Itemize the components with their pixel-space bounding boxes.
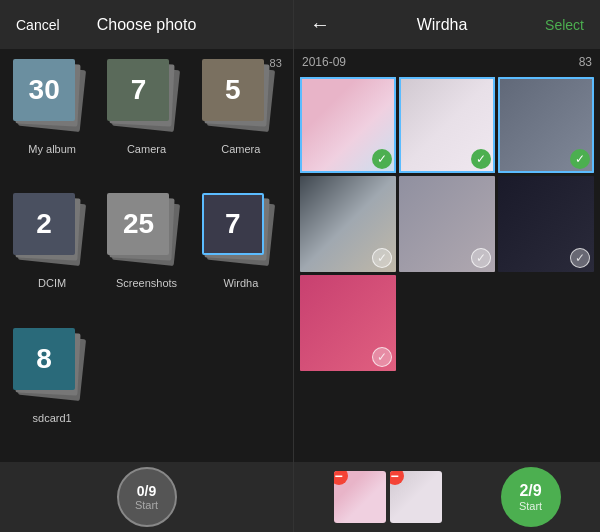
check-icon: ✓ — [372, 149, 392, 169]
album-name: Camera — [127, 143, 166, 155]
right-footer: −− 2/9 Start — [294, 462, 600, 532]
album-item[interactable]: 7 Wirdha — [197, 191, 285, 319]
left-start-label: Start — [135, 499, 158, 511]
album-count: 8 — [36, 343, 52, 375]
album-count: 7 — [225, 208, 241, 240]
album-name: sdcard1 — [33, 412, 72, 424]
left-footer: 0/9 Start — [0, 462, 293, 532]
album-item[interactable]: 5 83 Camera — [197, 57, 285, 185]
back-button[interactable]: ← — [310, 13, 340, 36]
check-icon-empty: ✓ — [372, 347, 392, 367]
start-button-left[interactable]: 0/9 Start — [117, 467, 177, 527]
right-start-label: Start — [519, 500, 542, 512]
album-count: 2 — [36, 208, 52, 240]
check-icon: ✓ — [471, 149, 491, 169]
album-item[interactable]: 30 My album — [8, 57, 96, 185]
check-icon-empty: ✓ — [372, 248, 392, 268]
preview-thumb: − — [390, 471, 442, 523]
album-badge: 83 — [270, 57, 282, 69]
cancel-button[interactable]: Cancel — [16, 17, 66, 33]
album-count: 25 — [123, 208, 154, 240]
album-item[interactable]: 2 DCIM — [8, 191, 96, 319]
photo-content: 2016-09 83 ✓✓✓✓✓✓✓ — [294, 49, 600, 462]
date-section: 2016-09 83 ✓✓✓✓✓✓✓ — [300, 55, 594, 371]
album-name: Camera — [221, 143, 260, 155]
remove-preview-button[interactable]: − — [390, 471, 404, 485]
photo-item[interactable]: ✓ — [300, 275, 396, 371]
photo-item[interactable]: ✓ — [300, 176, 396, 272]
section-badge: 83 — [577, 55, 594, 69]
left-header: Cancel Choose photo — [0, 0, 293, 49]
right-panel-title: Wirdha — [340, 16, 544, 34]
left-panel: Cancel Choose photo 30 My album 7 — [0, 0, 293, 532]
preview-thumb: − — [334, 471, 386, 523]
album-count: 5 — [225, 74, 241, 106]
date-label: 2016-09 — [300, 55, 348, 69]
check-icon-empty: ✓ — [471, 248, 491, 268]
album-count: 30 — [29, 74, 60, 106]
right-count: 2/9 — [519, 482, 541, 500]
album-count: 7 — [131, 74, 147, 106]
album-item[interactable]: 8 sdcard1 — [8, 326, 96, 454]
right-panel: ← Wirdha Select 2016-09 83 ✓✓✓✓✓✓✓ −− 2/… — [293, 0, 600, 532]
photo-item[interactable]: ✓ — [300, 77, 396, 173]
photo-item[interactable]: ✓ — [399, 77, 495, 173]
right-header: ← Wirdha Select — [294, 0, 600, 49]
album-name: Wirdha — [223, 277, 258, 289]
left-count: 0/9 — [137, 483, 156, 499]
check-icon-empty: ✓ — [570, 248, 590, 268]
album-name: My album — [28, 143, 76, 155]
select-button[interactable]: Select — [544, 17, 584, 33]
preview-photos: −− — [334, 471, 442, 523]
album-item[interactable]: 7 Camera — [102, 57, 190, 185]
photo-item[interactable]: ✓ — [498, 77, 594, 173]
album-item[interactable]: 25 Screenshots — [102, 191, 190, 319]
photo-item[interactable]: ✓ — [498, 176, 594, 272]
left-panel-title: Choose photo — [66, 16, 227, 34]
album-grid: 30 My album 7 Camera 5 — [0, 49, 293, 462]
check-icon: ✓ — [570, 149, 590, 169]
photo-item[interactable]: ✓ — [399, 176, 495, 272]
album-name: DCIM — [38, 277, 66, 289]
photo-grid: ✓✓✓✓✓✓✓ — [300, 77, 594, 371]
start-button-right[interactable]: 2/9 Start — [501, 467, 561, 527]
album-name: Screenshots — [116, 277, 177, 289]
remove-preview-button[interactable]: − — [334, 471, 348, 485]
